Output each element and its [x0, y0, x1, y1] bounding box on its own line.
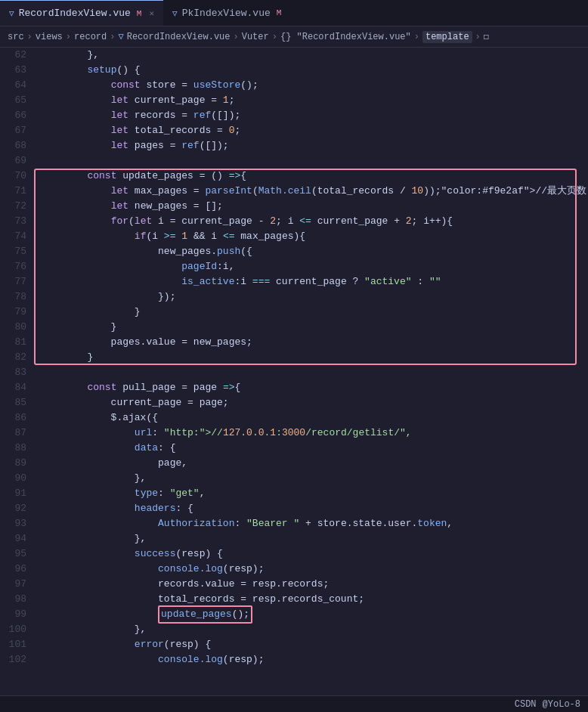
tab-pk[interactable]: ▽ PkIndexView.vue M [163, 0, 290, 26]
vue-icon-2: ▽ [172, 8, 178, 18]
code-line-63: setup() { [40, 63, 588, 78]
code-line-100: }, [40, 622, 588, 637]
status-bar: CSDN @YoLo-8 [0, 695, 588, 712]
line-num-64: 64 [3, 78, 26, 93]
code-line-66: let records = ref([]); [40, 108, 588, 123]
line-num-92: 92 [3, 501, 26, 516]
code-line-71: let max_pages = parseInt(Math.ceil(total… [40, 184, 588, 199]
line-num-86: 86 [3, 410, 26, 426]
line-num-99: 99 [3, 607, 26, 622]
line-num-88: 88 [3, 441, 26, 456]
code-line-94: }, [40, 531, 588, 546]
line-num-79: 79 [3, 305, 26, 320]
breadcrumb-record: record [74, 32, 107, 42]
code-line-84: const pull_page = page =>{ [40, 380, 588, 395]
code-line-68: let pages = ref([]); [40, 138, 588, 153]
breadcrumb-shape: ◻ [484, 31, 489, 42]
red-underline-call: update_pages(); [158, 605, 252, 624]
line-num-73: 73 [3, 214, 26, 229]
code-line-89: page, [40, 456, 588, 471]
code-line-64: const store = useStore(); [40, 78, 588, 93]
line-num-101: 101 [3, 637, 26, 652]
status-site: CSDN [515, 699, 537, 710]
line-num-80: 80 [3, 320, 26, 335]
tab-pk-modified: M [277, 8, 282, 17]
line-num-70: 70 [3, 169, 26, 184]
line-num-85: 85 [3, 395, 26, 410]
code-content: }, setup() { const store = useStore(); l… [34, 48, 588, 667]
code-line-62: }, [40, 48, 588, 63]
code-line-91: type: "get", [40, 486, 588, 501]
line-num-96: 96 [3, 562, 26, 577]
breadcrumb: src › views › record › ▽ RecordIndexView… [0, 26, 588, 48]
breadcrumb-src: src [8, 32, 24, 42]
code-line-101: error(resp) { [40, 637, 588, 652]
code-line-97: records.value = resp.records; [40, 577, 588, 592]
line-num-90: 90 [3, 471, 26, 486]
line-num-78: 78 [3, 289, 26, 305]
line-num-65: 65 [3, 93, 26, 108]
line-num-71: 71 [3, 184, 26, 199]
line-num-89: 89 [3, 456, 26, 471]
code-line-81: pages.value = new_pages; [40, 335, 588, 350]
code-line-80: } [40, 320, 588, 335]
line-num-81: 81 [3, 335, 26, 350]
code-line-96: console.log(resp); [40, 562, 588, 577]
line-num-66: 66 [3, 108, 26, 123]
line-num-95: 95 [3, 546, 26, 562]
code-line-87: url: "http:">//127.0.0.1:3000/record/get… [40, 426, 588, 441]
code-line-90: }, [40, 471, 588, 486]
breadcrumb-file: RecordIndexView.vue [127, 32, 231, 42]
line-num-68: 68 [3, 138, 26, 153]
line-num-67: 67 [3, 123, 26, 138]
code-line-83 [40, 365, 588, 380]
line-num-98: 98 [3, 592, 26, 607]
code-line-72: let new_pages = []; [40, 199, 588, 214]
breadcrumb-vue-icon: ▽ [118, 31, 123, 42]
code-line-79: } [40, 305, 588, 320]
vue-icon-1: ▽ [9, 8, 14, 18]
line-num-91: 91 [3, 486, 26, 501]
code-line-77: is_active:i === current_page ? "active" … [40, 274, 588, 289]
line-num-93: 93 [3, 516, 26, 531]
code-line-99: update_pages(); [40, 607, 588, 622]
code-line-85: current_page = page; [40, 395, 588, 410]
code-line-73: for(let i = current_page - 2; i <= curre… [40, 214, 588, 229]
line-num-100: 100 [3, 622, 26, 637]
breadcrumb-views: views [36, 32, 63, 42]
code-block-container: }, setup() { const store = useStore(); l… [34, 48, 588, 695]
code-line-78: }); [40, 289, 588, 305]
code-line-88: data: { [40, 441, 588, 456]
tab-pk-label: PkIndexView.vue [182, 8, 271, 19]
code-line-76: pageId:i, [40, 259, 588, 274]
code-line-92: headers: { [40, 501, 588, 516]
line-num-72: 72 [3, 199, 26, 214]
line-num-84: 84 [3, 380, 26, 395]
line-num-74: 74 [3, 229, 26, 244]
line-num-83: 83 [3, 365, 26, 380]
line-num-102: 102 [3, 652, 26, 667]
code-line-98: total_records = resp.records_count; [40, 592, 588, 607]
code-line-95: success(resp) { [40, 546, 588, 562]
breadcrumb-vuter: Vuter [242, 32, 269, 42]
code-line-75: new_pages.push({ [40, 244, 588, 259]
breadcrumb-template: template [422, 31, 472, 43]
line-num-76: 76 [3, 259, 26, 274]
code-line-69 [40, 153, 588, 169]
tab-record-modified: M [137, 9, 142, 18]
code-line-86: $.ajax({ [40, 410, 588, 426]
code-line-74: if(i >= 1 && i <= max_pages){ [40, 229, 588, 244]
line-num-87: 87 [3, 426, 26, 441]
line-num-94: 94 [3, 531, 26, 546]
code-line-65: let current_page = 1; [40, 93, 588, 108]
code-area: 6263646566676869707172737475767778798081… [0, 48, 588, 695]
line-num-77: 77 [3, 274, 26, 289]
line-num-97: 97 [3, 577, 26, 592]
tab-record-close[interactable]: ✕ [149, 8, 154, 18]
code-line-93: Authorization: "Bearer " + store.state.u… [40, 516, 588, 531]
code-line-82: } [40, 350, 588, 365]
breadcrumb-component: {} "RecordIndexView.vue" [280, 32, 411, 42]
tab-record[interactable]: ▽ RecordIndexView.vue M ✕ [0, 0, 163, 26]
line-num-75: 75 [3, 244, 26, 259]
line-num-63: 63 [3, 63, 26, 78]
